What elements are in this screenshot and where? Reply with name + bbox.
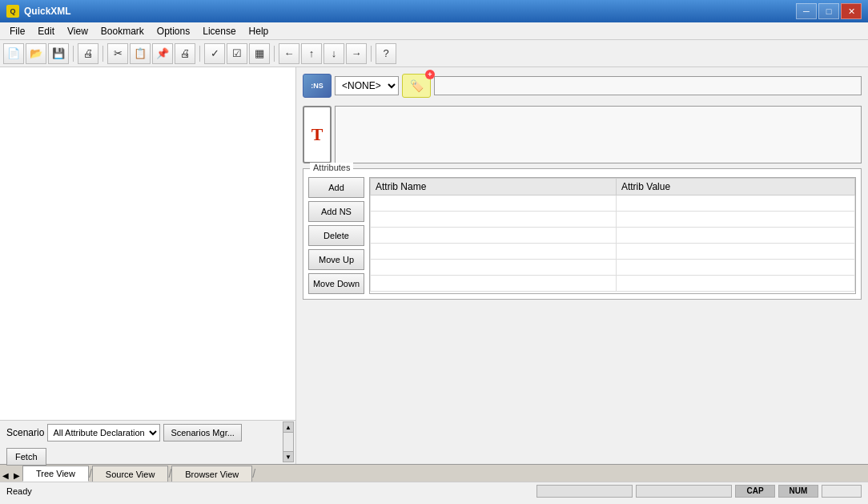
app-icon: Q bbox=[6, 5, 19, 18]
ns-icon-label: :NS bbox=[311, 82, 323, 90]
tab-browser-view-label: Browser View bbox=[185, 470, 239, 479]
text-area[interactable] bbox=[335, 106, 862, 163]
app-title: QuickXML bbox=[24, 6, 71, 17]
table-row bbox=[371, 228, 855, 244]
tab-nav-left[interactable]: ◀ bbox=[0, 471, 11, 482]
title-bar: Q QuickXML ─ □ ✕ bbox=[0, 0, 868, 22]
minimize-button[interactable]: ─ bbox=[796, 3, 817, 19]
tab-nav-right[interactable]: ▶ bbox=[11, 471, 22, 482]
menu-license[interactable]: License bbox=[196, 24, 242, 38]
app-icon-text: Q bbox=[10, 7, 15, 15]
nav-left-button[interactable]: ← bbox=[279, 43, 299, 64]
scenario-dropdown[interactable]: All Attribute Declaration bbox=[47, 424, 160, 442]
toolbar-sep-4 bbox=[274, 46, 275, 62]
ns-icon[interactable]: :NS bbox=[303, 74, 332, 98]
tag-icon[interactable]: 🏷️ + bbox=[402, 74, 431, 98]
status-right: CAP NUM bbox=[536, 485, 862, 498]
col-attrib-name: Attrib Name bbox=[371, 179, 617, 196]
print2-button[interactable]: 🖨 bbox=[175, 43, 195, 64]
status-progress2 bbox=[636, 485, 732, 498]
attr-table-body bbox=[371, 196, 855, 292]
title-bar-left: Q QuickXML bbox=[6, 5, 71, 18]
attributes-group: Attributes Add Add NS Delete Move Up Mov… bbox=[303, 168, 862, 300]
tab-browser-view[interactable]: Browser View bbox=[171, 466, 252, 482]
scenario-label: Scenario bbox=[6, 427, 44, 438]
menu-options[interactable]: Options bbox=[151, 24, 196, 38]
tree-area bbox=[0, 67, 295, 420]
move-up-button[interactable]: Move Up bbox=[308, 249, 364, 270]
scroll-up-arrow[interactable]: ▲ bbox=[283, 421, 294, 433]
paste-button[interactable]: 📌 bbox=[152, 43, 173, 64]
right-panel: :NS <NONE> 🏷️ + T Attributes Add bbox=[296, 67, 868, 464]
main-layout: Scenario All Attribute Declaration Scena… bbox=[0, 67, 868, 464]
table-row bbox=[371, 260, 855, 276]
toolbar-sep-1 bbox=[73, 46, 74, 62]
menu-bar: File Edit View Bookmark Options License … bbox=[0, 22, 868, 40]
text-row: T bbox=[303, 106, 862, 163]
tab-bar: ◀ ▶ Tree View / Source View / Browser Vi… bbox=[0, 464, 868, 482]
maximize-button[interactable]: □ bbox=[818, 3, 839, 19]
col-attrib-value: Attrib Value bbox=[616, 179, 854, 196]
new-button[interactable]: 📄 bbox=[3, 43, 24, 64]
scroll-down-arrow[interactable]: ▼ bbox=[283, 451, 294, 462]
attr-table: Attrib Name Attrib Value bbox=[370, 178, 855, 292]
print-button[interactable]: 🖨 bbox=[78, 43, 98, 64]
tab-tree-view[interactable]: Tree View bbox=[22, 466, 89, 482]
toolbar: 📄 📂 💾 🖨 ✂ 📋 📌 🖨 ✓ ☑ ▦ ← ↑ ↓ → ? bbox=[0, 40, 868, 67]
tab-source-view-label: Source View bbox=[106, 470, 155, 479]
text-icon[interactable]: T bbox=[303, 106, 332, 163]
tab-source-view[interactable]: Source View bbox=[92, 466, 169, 482]
tag-input[interactable] bbox=[434, 76, 862, 95]
attr-table-container: Attrib Name Attrib Value bbox=[369, 177, 856, 294]
copy-button[interactable]: 📋 bbox=[130, 43, 151, 64]
close-button[interactable]: ✕ bbox=[841, 3, 862, 19]
table-row bbox=[371, 276, 855, 292]
scenarios-mgr-button[interactable]: Scenarios Mgr... bbox=[163, 424, 241, 442]
table-row bbox=[371, 212, 855, 228]
window-controls: ─ □ ✕ bbox=[796, 3, 862, 19]
grid-button[interactable]: ▦ bbox=[249, 43, 270, 64]
menu-edit[interactable]: Edit bbox=[31, 24, 61, 38]
help-button[interactable]: ? bbox=[376, 43, 396, 64]
scenario-bar: Scenario All Attribute Declaration Scena… bbox=[0, 420, 295, 464]
add-ns-button[interactable]: Add NS bbox=[308, 201, 364, 222]
left-panel: Scenario All Attribute Declaration Scena… bbox=[0, 67, 296, 464]
attr-buttons: Add Add NS Delete Move Up Move Down bbox=[308, 177, 364, 294]
left-bottom: Scenario All Attribute Declaration Scena… bbox=[0, 420, 295, 464]
open-button[interactable]: 📂 bbox=[26, 43, 46, 64]
status-text: Ready bbox=[6, 486, 32, 496]
table-row bbox=[371, 244, 855, 260]
ns-tag-row: :NS <NONE> 🏷️ + bbox=[303, 74, 862, 98]
tab-tree-view-label: Tree View bbox=[36, 469, 75, 478]
toolbar-sep-2 bbox=[102, 46, 103, 62]
nav-right-button[interactable]: → bbox=[346, 43, 367, 64]
nav-up-button[interactable]: ↑ bbox=[301, 43, 322, 64]
menu-bookmark[interactable]: Bookmark bbox=[94, 24, 151, 38]
num-indicator: NUM bbox=[778, 485, 818, 498]
check2-button[interactable]: ☑ bbox=[227, 43, 247, 64]
cut-button[interactable]: ✂ bbox=[107, 43, 128, 64]
menu-file[interactable]: File bbox=[3, 24, 31, 38]
attributes-inner: Add Add NS Delete Move Up Move Down Attr… bbox=[308, 177, 856, 294]
delete-attr-button[interactable]: Delete bbox=[308, 225, 364, 246]
scroll-indicator bbox=[822, 485, 862, 498]
toolbar-sep-5 bbox=[371, 46, 372, 62]
add-attr-button[interactable]: Add bbox=[308, 177, 364, 198]
nav-down-button[interactable]: ↓ bbox=[323, 43, 344, 64]
menu-view[interactable]: View bbox=[61, 24, 94, 38]
move-down-button[interactable]: Move Down bbox=[308, 273, 364, 294]
status-progress bbox=[536, 485, 633, 498]
ns-dropdown[interactable]: <NONE> bbox=[335, 76, 399, 95]
cap-indicator: CAP bbox=[735, 485, 775, 498]
tab-sep-3: / bbox=[252, 467, 255, 482]
menu-help[interactable]: Help bbox=[243, 24, 275, 38]
check-button[interactable]: ✓ bbox=[204, 43, 225, 64]
status-bar: Ready CAP NUM bbox=[0, 482, 868, 499]
toolbar-sep-3 bbox=[199, 46, 200, 62]
save-button[interactable]: 💾 bbox=[48, 43, 69, 64]
table-row bbox=[371, 196, 855, 212]
attributes-legend: Attributes bbox=[310, 163, 353, 172]
fetch-button[interactable]: Fetch bbox=[6, 448, 46, 466]
